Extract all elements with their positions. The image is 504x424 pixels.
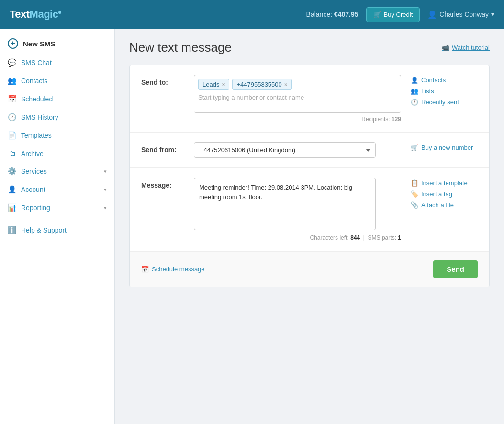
watch-tutorial-link[interactable]: 📹 Watch tutorial (442, 44, 490, 51)
new-sms-icon: + (8, 38, 18, 49)
tag-icon: 🏷️ (411, 190, 418, 198)
help-icon: ℹ️ (8, 226, 16, 234)
send-to-label: Send to: (141, 75, 194, 86)
leads-tag-close[interactable]: × (222, 81, 225, 88)
attach-file-link[interactable]: 📎 Attach a file (411, 201, 478, 209)
template-icon-sm: 📋 (411, 179, 418, 187)
calendar-icon: 📅 (8, 95, 16, 103)
sidebar-item-new-sms[interactable]: + New SMS (0, 33, 114, 54)
contact-icon: 👤 (411, 77, 418, 84)
message-content: Meeting reminder! Time: 29.08.2014 3PM. … (194, 178, 401, 241)
sidebar-item-reporting[interactable]: 📊 Reporting ▾ (0, 199, 114, 217)
main-content: New text message 📹 Watch tutorial Send t… (115, 29, 504, 424)
sidebar-item-scheduled[interactable]: 📅 Scheduled (0, 90, 114, 108)
send-from-section: Send from: +447520615006 (United Kingdom… (130, 133, 489, 168)
contacts-link[interactable]: 👤 Contacts (411, 77, 478, 84)
sidebar-item-sms-chat[interactable]: 💬 SMS Chat (0, 54, 114, 72)
send-button[interactable]: Send (433, 260, 478, 278)
services-icon: ⚙️ (8, 167, 16, 176)
page-title: New text message (129, 40, 232, 55)
video-icon: 📹 (442, 44, 449, 51)
recipients-count: Recipients: 129 (194, 116, 401, 123)
send-button-container: Send (433, 260, 478, 278)
send-to-side: 👤 Contacts 👥 Lists 🕐 Recently sent (401, 75, 478, 110)
archive-icon: 🗂 (8, 149, 16, 157)
cart-icon: 🛒 (373, 11, 381, 18)
contacts-icon: 👥 (8, 77, 16, 85)
sidebar-item-help[interactable]: ℹ️ Help & Support (0, 221, 114, 239)
sidebar-item-templates[interactable]: 📄 Templates (0, 126, 114, 145)
form-actions: 📅 Schedule message Send (130, 251, 489, 287)
sidebar-item-account[interactable]: 👤 Account ▾ (0, 180, 114, 199)
chars-info: Characters left: 844 | SMS parts: 1 (194, 234, 401, 241)
insert-template-link[interactable]: 📋 Insert a template (411, 179, 478, 187)
layout: + New SMS 💬 SMS Chat 👥 Contacts 📅 Schedu… (0, 29, 504, 424)
sidebar: + New SMS 💬 SMS Chat 👥 Contacts 📅 Schedu… (0, 29, 115, 424)
calendar-schedule-icon: 📅 (141, 266, 149, 273)
reporting-icon: 📊 (8, 203, 16, 212)
message-side: 📋 Insert a template 🏷️ Insert a tag 📎 At… (401, 178, 478, 212)
lists-icon: 👥 (411, 88, 418, 95)
sidebar-item-archive[interactable]: 🗂 Archive (0, 145, 114, 162)
buy-number-link[interactable]: 🛒 Buy a new number (411, 144, 478, 151)
clock-icon: 🕐 (411, 99, 418, 106)
user-icon: 👤 (427, 10, 437, 19)
message-label: Message: (141, 178, 194, 189)
send-from-side: 🛒 Buy a new number (401, 142, 478, 155)
account-icon: 👤 (8, 185, 16, 194)
user-menu[interactable]: 👤 Charles Conway ▾ (427, 10, 494, 19)
number-tag[interactable]: +447955835500 × (232, 79, 291, 90)
recently-sent-link[interactable]: 🕐 Recently sent (411, 99, 478, 106)
message-textarea[interactable]: Meeting reminder! Time: 29.08.2014 3PM. … (194, 178, 376, 230)
insert-tag-link[interactable]: 🏷️ Insert a tag (411, 190, 478, 198)
sidebar-item-contacts[interactable]: 👥 Contacts (0, 72, 114, 90)
send-from-content: +447520615006 (United Kingdom) (194, 142, 401, 158)
message-section: Message: Meeting reminder! Time: 29.08.2… (130, 168, 489, 251)
logo: TextMagic (10, 8, 61, 21)
cart-icon-number: 🛒 (411, 144, 418, 151)
lists-link[interactable]: 👥 Lists (411, 88, 478, 95)
buy-credit-button[interactable]: 🛒 Buy Credit (366, 7, 420, 22)
balance-display: Balance: €407.95 (306, 11, 358, 18)
chevron-down-icon: ▾ (491, 11, 494, 18)
template-icon: 📄 (8, 131, 16, 140)
chat-icon: 💬 (8, 58, 16, 67)
send-to-input[interactable]: Leads × +447955835500 × Start typing a n… (194, 75, 401, 113)
number-tag-close[interactable]: × (284, 81, 288, 88)
history-icon: 🕐 (8, 113, 16, 122)
send-to-content: Leads × +447955835500 × Start typing a n… (194, 75, 401, 123)
send-from-select[interactable]: +447520615006 (United Kingdom) (194, 142, 376, 158)
sidebar-divider (0, 219, 114, 219)
paperclip-icon: 📎 (411, 201, 418, 209)
send-to-placeholder: Start typing a number or contact name (198, 93, 304, 102)
form-card: Send to: Leads × +447955835500 × Start t… (129, 65, 490, 287)
header-right: Balance: €407.95 🛒 Buy Credit 👤 Charles … (306, 7, 494, 22)
send-from-label: Send from: (141, 142, 194, 154)
sidebar-item-services[interactable]: ⚙️ Services ▾ (0, 162, 114, 180)
page-header: New text message 📹 Watch tutorial (129, 40, 490, 55)
leads-tag[interactable]: Leads × (198, 79, 229, 90)
send-to-section: Send to: Leads × +447955835500 × Start t… (130, 65, 489, 133)
schedule-link[interactable]: 📅 Schedule message (141, 266, 205, 273)
header: TextMagic Balance: €407.95 🛒 Buy Credit … (0, 0, 504, 29)
sidebar-item-sms-history[interactable]: 🕐 SMS History (0, 108, 114, 126)
chevron-right-icon-account: ▾ (104, 187, 107, 193)
chevron-right-icon: ▾ (104, 168, 107, 175)
chevron-right-icon-reporting: ▾ (104, 205, 107, 211)
